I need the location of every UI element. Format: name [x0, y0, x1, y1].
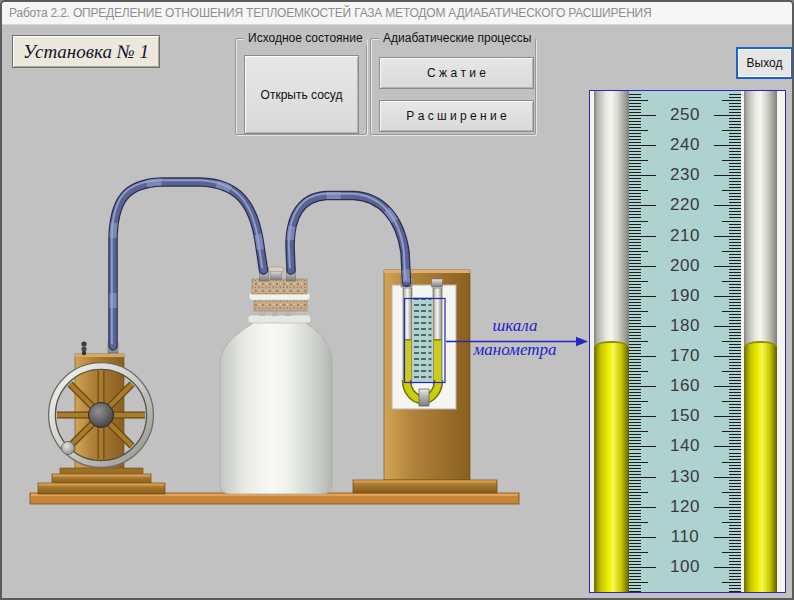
scale-tick — [629, 465, 641, 466]
floor-board — [30, 493, 519, 504]
scale-tick — [629, 368, 641, 369]
scale-tick — [629, 374, 641, 375]
scale-tick — [729, 335, 741, 336]
scale-label: 190 — [629, 287, 741, 305]
scale-tick — [629, 434, 641, 435]
scale-tick — [629, 585, 641, 586]
scale-tick — [729, 546, 741, 547]
scale-tick — [729, 94, 741, 95]
scale-tick — [729, 275, 741, 276]
scale-tick — [729, 434, 741, 435]
setup-number-panel: Установка № 1 — [12, 35, 160, 68]
scale-tick — [729, 516, 741, 517]
scale-tick — [729, 254, 741, 255]
compress-button[interactable]: С ж а т и е — [379, 57, 534, 89]
scale-label: 120 — [629, 498, 741, 516]
scale-tick — [722, 100, 741, 101]
scale-tick — [729, 374, 741, 375]
scale-tick — [729, 245, 741, 246]
scale-tick — [629, 103, 641, 104]
scale-tick — [629, 486, 641, 487]
scale-tick — [722, 281, 741, 282]
scale-label: 200 — [629, 257, 741, 275]
open-vessel-button[interactable]: Открыть сосуд — [244, 55, 359, 134]
scale-tick — [729, 579, 741, 580]
scale-tick — [629, 489, 641, 490]
scale-label: 150 — [629, 407, 741, 425]
scale-tick — [729, 519, 741, 520]
scale-tick — [629, 278, 641, 279]
scale-tick — [629, 248, 641, 249]
gas-bottle — [220, 267, 332, 494]
cork-stopper — [254, 299, 307, 311]
scale-tick — [729, 395, 741, 396]
setup-number-label: Установка № 1 — [23, 41, 149, 63]
expand-button[interactable]: Р а с ш и р е н и е — [379, 100, 534, 132]
group-adiabatic-label: Адиабатические процессы — [379, 31, 535, 45]
scale-tick — [629, 371, 648, 372]
scale-tick — [729, 278, 741, 279]
scale-tick — [729, 133, 741, 134]
scale-tick — [629, 275, 641, 276]
scale-tick — [729, 124, 741, 125]
scale-tick — [729, 368, 741, 369]
scale-tick — [629, 187, 641, 188]
scale-tick — [722, 251, 741, 252]
scale-tick — [729, 365, 741, 366]
scale-tick — [629, 404, 641, 405]
scale-tick — [722, 522, 741, 523]
scale-callout-label: шкала манометра — [449, 314, 581, 362]
scale-tick — [722, 552, 741, 553]
scale-tick — [629, 341, 648, 342]
scale-tick — [629, 314, 641, 315]
scale-tick — [629, 305, 641, 306]
scale-tick — [722, 190, 741, 191]
scale-tick — [729, 425, 741, 426]
exit-button[interactable]: Выход — [736, 47, 793, 79]
scale-tick — [629, 425, 641, 426]
scale-tick — [722, 130, 741, 131]
scale-tick — [629, 522, 648, 523]
scale-tick — [629, 428, 641, 429]
scale-tick — [729, 305, 741, 306]
scale-tick — [729, 127, 741, 128]
scale-tick — [722, 311, 741, 312]
scale-label: 140 — [629, 437, 741, 455]
scale-tick — [729, 284, 741, 285]
scale-tick — [729, 103, 741, 104]
scale-tick — [722, 341, 741, 342]
scale-label: 170 — [629, 347, 741, 365]
scale-label: 230 — [629, 166, 741, 184]
scale-tick — [729, 398, 741, 399]
scale-tick — [729, 184, 741, 185]
scale-tick — [729, 163, 741, 164]
scale-label: 160 — [629, 377, 741, 395]
scale-tick — [729, 585, 741, 586]
scale-tick — [729, 549, 741, 550]
scale-tick — [629, 398, 641, 399]
scale-tick — [629, 127, 641, 128]
scale-tick — [729, 465, 741, 466]
scale-tick — [729, 193, 741, 194]
scale-tick — [729, 456, 741, 457]
scale-tick — [629, 221, 648, 222]
scale-label: 100 — [629, 558, 741, 576]
scale-label: 220 — [629, 196, 741, 214]
scale-tick — [629, 224, 641, 225]
scale-tick — [722, 431, 741, 432]
scale-tick — [629, 555, 641, 556]
scale-tick — [629, 281, 648, 282]
liquid-column-right — [744, 341, 777, 592]
scale-tick — [629, 519, 641, 520]
scale-tick — [729, 97, 741, 98]
scale-tick — [729, 591, 741, 592]
callout-line1: шкала — [449, 314, 581, 338]
scale-tick — [729, 154, 741, 155]
scale-tick — [729, 338, 741, 339]
scale-tick — [629, 100, 648, 101]
scale-tick — [729, 314, 741, 315]
crank-knob — [62, 442, 75, 455]
scale-tick — [629, 582, 648, 583]
scale-tick — [629, 157, 641, 158]
scale-tick — [629, 335, 641, 336]
